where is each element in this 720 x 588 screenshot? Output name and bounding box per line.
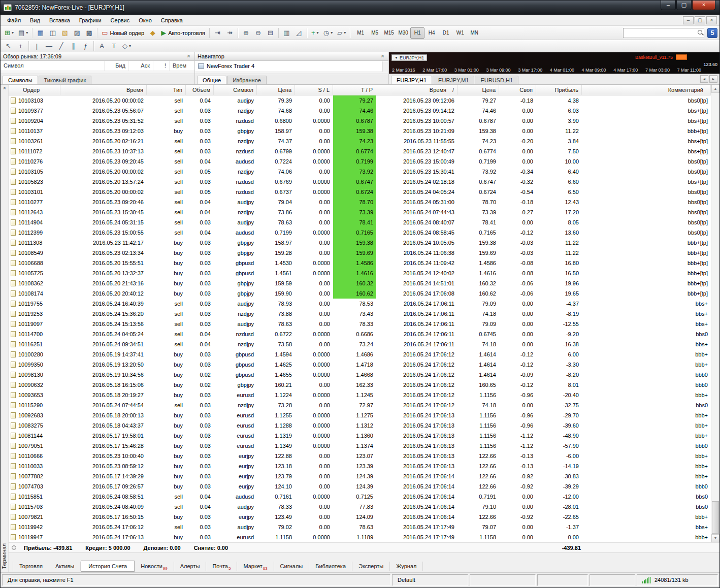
chart-tab-eurjpy,m1[interactable]: EURJPY,M1 — [433, 76, 474, 84]
fibonacci-tool[interactable]: ƒ — [80, 41, 91, 52]
timeframe-m5[interactable]: M5 — [368, 27, 382, 39]
strategy-tester-toggle[interactable]: ▩ — [83, 27, 95, 39]
history-row[interactable]: 101031032016.05.20 00:00:02sell0.04audjp… — [9, 95, 711, 106]
terminal-toggle[interactable]: ▨ — [71, 27, 83, 39]
trendline-tool[interactable]: ╱ — [55, 41, 67, 52]
history-row[interactable]: 101149042016.05.24 05:31:15sell0.03audjp… — [9, 217, 711, 227]
history-row[interactable]: 100926832016.05.18 20:00:13buy0.03eurusd… — [9, 410, 711, 420]
timeframe-h1[interactable]: H1 — [410, 27, 424, 39]
terminal-tab-алерты[interactable]: Алерты — [174, 562, 207, 571]
history-row[interactable]: 100798212016.05.17 16:50:15buy0.03eurjpy… — [9, 512, 711, 522]
history-header-4[interactable]: Символ — [214, 85, 257, 95]
history-header-7[interactable]: T / P — [333, 85, 376, 95]
shapes-dropdown[interactable]: ◇▾ — [120, 41, 133, 52]
terminal-tab-маркет[interactable]: Маркет63 — [237, 562, 274, 571]
history-row[interactable]: 100936532016.05.18 20:19:27buy0.03eurusd… — [9, 390, 711, 400]
history-row[interactable]: 100778822016.05.17 14:39:29buy0.03eurjpy… — [9, 471, 711, 481]
history-row[interactable]: 101031052016.05.20 00:00:02sell0.05nzdjp… — [9, 167, 711, 177]
new-order-button[interactable]: ▭Новый ордер — [100, 27, 146, 39]
timeframe-mn[interactable]: MN — [467, 27, 481, 39]
history-row[interactable]: 101092042016.05.23 05:31:52sell0.03nzdus… — [9, 116, 711, 126]
menu-графики[interactable]: Графики — [75, 15, 106, 25]
market-watch-column-аск[interactable]: Аск — [129, 61, 153, 71]
history-header-12[interactable]: Комментарий — [582, 85, 711, 95]
terminal-tab-сигналы[interactable]: Сигналы — [274, 562, 310, 571]
mql5-button[interactable]: 5 — [707, 28, 717, 38]
scroll-up-button[interactable]: ▲ — [711, 85, 719, 93]
menu-вид[interactable]: Вид — [25, 15, 45, 25]
chart-symbol-chip[interactable]: ▼ EURJPY,H1 — [391, 54, 427, 61]
market-watch-tab-символы[interactable]: Символы — [3, 76, 38, 84]
terminal-tab-эксперты[interactable]: Эксперты — [352, 562, 390, 571]
text-label-tool[interactable]: T — [108, 41, 120, 52]
text-tool[interactable]: A — [96, 41, 108, 52]
market-watch-column-символ[interactable]: Символ — [1, 61, 105, 71]
history-row[interactable]: 101093772016.05.23 05:56:07sell0.03nzdjp… — [9, 106, 711, 116]
history-header-0[interactable]: Ордер — [9, 85, 60, 95]
history-row[interactable]: 101100332016.05.23 08:59:12buy0.03eurjpy… — [9, 461, 711, 471]
vertical-line-tool[interactable]: | — [31, 41, 43, 52]
timeframe-m30[interactable]: M30 — [396, 27, 410, 39]
timeframe-d1[interactable]: D1 — [439, 27, 453, 39]
history-row[interactable]: 101152902016.05.24 07:44:54sell0.03nzdjp… — [9, 400, 711, 410]
terminal-tab-новости[interactable]: Новости99 — [135, 562, 174, 571]
table-scrollbar[interactable]: ▲ ▼ — [711, 85, 719, 542]
menu-сервис[interactable]: Сервис — [106, 15, 135, 25]
terminal-tab-журнал[interactable]: Журнал — [390, 562, 423, 571]
search-icon[interactable] — [697, 29, 702, 36]
tab-scroll-right-button[interactable]: ► — [709, 75, 717, 83]
chart-canvas[interactable]: ▼ EURJPY,H1 BasketBull_v11.75 123.60 2 M… — [389, 52, 719, 74]
window-maximize-button[interactable]: ▢ — [676, 1, 692, 10]
periods-button[interactable]: ◷▾ — [321, 27, 335, 39]
history-row[interactable]: 101032612016.05.20 02:16:21sell0.03nzdjp… — [9, 136, 711, 146]
history-row[interactable]: 101190972016.05.24 15:13:56sell0.03audjp… — [9, 319, 711, 329]
bar-chart-button[interactable]: ▥ — [281, 27, 292, 39]
equidistant-channel-tool[interactable]: ∥ — [68, 41, 79, 52]
history-row[interactable]: 100981302016.05.19 10:34:56buy0.02gbpusd… — [9, 370, 711, 380]
history-header-9[interactable]: Цена — [457, 85, 499, 95]
indicators-button[interactable]: +▾ — [309, 27, 321, 39]
timeframe-m15[interactable]: M15 — [382, 27, 396, 39]
history-header-10[interactable]: Своп — [499, 85, 536, 95]
history-row[interactable]: 101147002016.05.24 04:05:24sell0.04nzdus… — [9, 329, 711, 339]
history-row[interactable]: 101199422016.05.24 17:06:12sell0.03audjp… — [9, 522, 711, 532]
pointer-tool[interactable]: ↖ — [3, 41, 14, 52]
navigator-close-button[interactable]: × — [379, 53, 386, 60]
terminal-tab-почта[interactable]: Почта5 — [206, 562, 237, 571]
history-row[interactable]: 101157032016.05.24 08:40:09sell0.04audjp… — [9, 502, 711, 512]
history-row[interactable]: 101197552016.05.24 16:40:39sell0.03audjp… — [9, 299, 711, 309]
navigator-toggle[interactable]: ▧ — [59, 27, 71, 39]
market-watch-column-врем[interactable]: Врем — [170, 61, 194, 71]
market-watch-close-button[interactable]: × — [185, 53, 192, 60]
market-watch-column-бид[interactable]: Бид — [105, 61, 129, 71]
history-header-1[interactable]: Время — [60, 85, 147, 95]
navigator-scrollbar[interactable] — [382, 61, 388, 72]
terminal-tab-история-счета[interactable]: История Счета — [81, 561, 135, 572]
data-window-toggle[interactable]: ◫ — [47, 27, 58, 39]
history-row[interactable]: 101058232016.05.20 13:57:24sell0.03nzdus… — [9, 177, 711, 187]
history-row[interactable]: 101158512016.05.24 08:58:51sell0.04audus… — [9, 492, 711, 502]
history-row[interactable]: 101162512016.05.24 09:34:51sell0.04nzdjp… — [9, 339, 711, 349]
menu-вставка[interactable]: Вставка — [45, 15, 75, 25]
history-row[interactable]: 101101372016.05.23 09:12:03buy0.03gbpjpy… — [9, 126, 711, 136]
history-row[interactable]: 100832752016.05.18 04:43:37buy0.03eurusd… — [9, 420, 711, 431]
history-row[interactable]: 101057252016.05.20 13:32:37buy0.03gbpusd… — [9, 268, 711, 278]
terminal-tab-торговля[interactable]: Торговля — [13, 562, 49, 571]
history-row[interactable]: 101002802016.05.19 14:37:41buy0.03gbpusd… — [9, 349, 711, 360]
templates-button[interactable]: ▱▾ — [335, 27, 348, 39]
zoom-in-button[interactable]: ⊕ — [240, 27, 252, 39]
chart-restore-button[interactable]: ▢ — [695, 16, 705, 24]
crosshair-tool[interactable]: + — [15, 41, 26, 52]
menu-справка[interactable]: Справка — [156, 15, 187, 25]
window-minimize-button[interactable]: – — [661, 1, 676, 10]
search-input[interactable] — [625, 29, 697, 37]
window-close-button[interactable]: × — [692, 1, 715, 10]
statusbar-profile[interactable]: Default — [392, 574, 468, 586]
chart-minimize-button[interactable]: – — [683, 16, 694, 24]
history-row[interactable]: 101126432016.05.23 15:30:45sell0.04nzdjp… — [9, 207, 711, 217]
metaeditor-button[interactable]: ◆ — [147, 27, 158, 39]
scroll-down-button[interactable]: ▼ — [711, 534, 719, 542]
history-row[interactable]: 101066882016.05.20 15:55:51buy0.03gbpusd… — [9, 258, 711, 268]
auto-scroll-button[interactable]: ↠ — [224, 27, 236, 39]
history-row[interactable]: 100993502016.05.19 13:20:50buy0.03gbpusd… — [9, 360, 711, 370]
